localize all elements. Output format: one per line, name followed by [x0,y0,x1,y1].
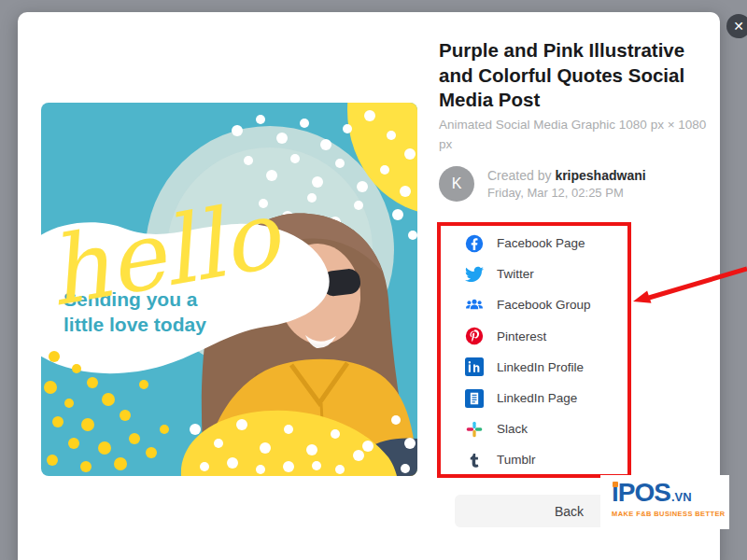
slack-icon [465,420,484,439]
share-option-facebook-page[interactable]: Facebook Page [465,228,627,259]
ipos-tagline: MAKE F&B BUSINESS BETTER [612,510,729,518]
page-background: { "modal": { "close_icon": "✕", "title":… [0,0,747,560]
share-option-label: Twitter [497,267,534,281]
share-option-twitter[interactable]: Twitter [465,259,627,289]
design-preview-art: Sending you a little love today [41,103,417,476]
linkedin-profile-icon [465,357,484,376]
facebook-icon [465,234,484,253]
close-button[interactable]: ✕ [726,14,747,38]
share-option-label: LinkedIn Page [497,391,577,405]
created-by-line: Created by kripeshadwani [487,168,646,183]
share-destination-list: Facebook PageTwitterFacebook GroupPinter… [441,226,627,476]
design-title: Purple and Pink Illustrative and Colorfu… [439,38,712,113]
share-option-label: LinkedIn Profile [497,360,584,374]
twitter-icon [465,265,484,284]
share-option-linkedin-profile[interactable]: LinkedIn Profile [465,352,627,383]
share-option-linkedin-page[interactable]: LinkedIn Page [465,383,627,413]
avatar: K [439,166,474,202]
ipos-watermark-logo: iPOS.VN MAKE F&B BUSINESS BETTER [600,475,729,529]
creation-date: Friday, Mar 12, 02:25 PM [487,186,646,200]
design-subtitle: Animated Social Media Graphic 1080 px × … [439,116,708,155]
facebook-group-icon [465,296,484,315]
share-option-tumblr[interactable]: Tumblr [465,444,627,475]
share-option-label: Slack [497,422,528,436]
share-option-label: Facebook Group [497,298,591,312]
tumblr-icon [465,451,484,469]
ipos-suffix-text: .VN [671,490,692,504]
linkedin-page-icon [465,389,484,408]
share-option-label: Pinterest [497,329,546,343]
share-option-facebook-group[interactable]: Facebook Group [465,289,627,320]
share-option-label: Facebook Page [497,236,585,250]
close-icon: ✕ [733,19,744,34]
share-option-pinterest[interactable]: Pinterest [465,321,627,352]
annotation-red-box: Facebook PageTwitterFacebook GroupPinter… [437,222,631,478]
share-option-label: Tumblr [497,453,536,467]
pinterest-icon [465,327,484,345]
created-by-prefix: Created by [487,168,555,183]
share-dialog: Sending you a little love today [18,12,720,560]
creator-name: kripeshadwani [555,168,645,183]
ipos-brand-text: iPOS [612,479,670,508]
share-option-slack[interactable]: Slack [465,413,627,444]
creator-row: K Created by kripeshadwani Friday, Mar 1… [439,166,646,202]
design-preview[interactable]: Sending you a little love today [41,103,417,476]
